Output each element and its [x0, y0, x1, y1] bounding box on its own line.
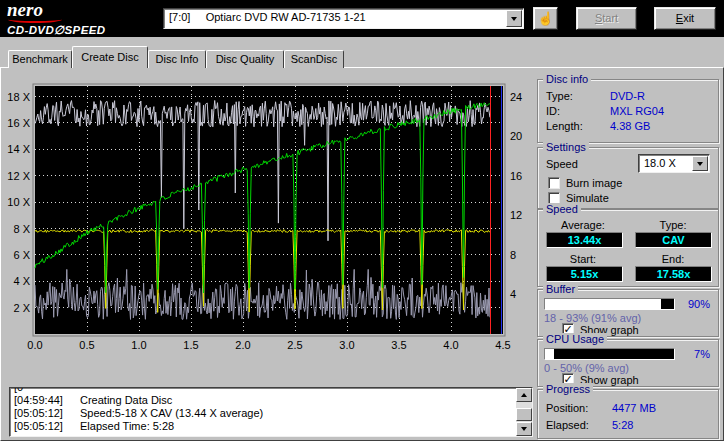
svg-text:2.0: 2.0	[235, 339, 250, 351]
cpu-title: CPU Usage	[543, 333, 607, 345]
elapsed-label: Elapsed:	[546, 419, 589, 431]
cpu-percent: 7%	[694, 348, 710, 360]
scroll-thumb[interactable]	[516, 408, 532, 421]
type-label: Type:	[628, 219, 718, 231]
scroll-down-button[interactable]	[516, 422, 532, 436]
drive-select-arrow[interactable]	[506, 10, 522, 27]
position-label: Position:	[546, 402, 588, 414]
log-entry-time: [04:59:44]	[14, 394, 80, 407]
log-entry: [04:59:44]Creating Data Disc	[14, 394, 504, 407]
cpu-meter	[544, 348, 675, 360]
start-button-label: Start	[577, 9, 636, 28]
exit-button[interactable]: Exit	[654, 7, 716, 30]
speed-select-label: Speed	[546, 158, 578, 170]
disc-info-group: Disc info Type: DVD-R ID: MXL RG04 Lengt…	[537, 79, 719, 143]
end-speed-label: End:	[628, 253, 718, 265]
arrow-down-icon	[521, 427, 527, 431]
svg-text:18 X: 18 X	[7, 91, 30, 103]
start-speed-label: Start:	[538, 253, 628, 265]
settings-group: Settings Speed 18.0 X Burn image Simulat…	[537, 147, 719, 209]
disc-id-label: ID:	[546, 105, 560, 117]
speed-select[interactable]: 18.0 X	[638, 154, 710, 173]
burn-image-label: Burn image	[566, 177, 622, 189]
tab-create-disc[interactable]: Create Disc	[72, 46, 148, 68]
disc-type-value: DVD-R	[610, 90, 645, 102]
svg-text:16 X: 16 X	[7, 117, 30, 129]
disc-info-title: Disc info	[543, 73, 591, 85]
svg-text:3.0: 3.0	[339, 339, 354, 351]
speed-select-arrow[interactable]	[692, 156, 708, 171]
stop-button[interactable]: ☝	[533, 7, 558, 30]
svg-text:2 X: 2 X	[13, 302, 30, 314]
average-label: Average:	[538, 219, 628, 231]
log-entry: [05:05:12]Elapsed Time: 5:28	[14, 420, 504, 433]
arrow-up-icon	[521, 393, 527, 397]
svg-text:3.5: 3.5	[391, 339, 406, 351]
svg-text:4 X: 4 X	[13, 275, 30, 287]
brand-swoosh-icon	[8, 16, 62, 23]
svg-text:12 X: 12 X	[7, 170, 30, 182]
svg-text:4.0: 4.0	[443, 339, 458, 351]
start-speed-value: 5.15x	[546, 266, 623, 282]
start-button[interactable]: Start	[576, 7, 637, 30]
log-entry-time: [05:05:12]	[14, 420, 80, 433]
disc-length-label: Length:	[546, 120, 583, 132]
brand-product: CD-DVD∅SPEED	[7, 23, 106, 37]
burn-image-checkbox[interactable]	[548, 177, 560, 189]
speed-select-value: 18.0 X	[644, 157, 676, 169]
nero-logo: nero CD-DVD∅SPEED	[7, 1, 162, 36]
svg-text:1.5: 1.5	[183, 339, 198, 351]
svg-text:14 X: 14 X	[7, 143, 30, 155]
log-entry-time: [0	[14, 387, 80, 394]
chevron-down-icon	[697, 162, 703, 166]
speed-title: Speed	[543, 203, 581, 215]
tab-disc-quality[interactable]: Disc Quality	[206, 50, 284, 68]
svg-text:0.5: 0.5	[79, 339, 94, 351]
disc-id-value: MXL RG04	[610, 105, 664, 117]
svg-text:4.5: 4.5	[495, 339, 510, 351]
scroll-up-button[interactable]	[516, 388, 532, 402]
tab-scandisc[interactable]: ScanDisc	[284, 50, 344, 68]
buffer-meter	[544, 298, 675, 310]
svg-text:10 X: 10 X	[7, 196, 30, 208]
svg-text:6 X: 6 X	[13, 249, 30, 261]
svg-text:24: 24	[510, 91, 522, 103]
cpu-group: CPU Usage 7% 0 - 50% (9% avg) ✓ Show gra…	[537, 339, 719, 387]
log-scrollbar[interactable]	[516, 388, 532, 436]
write-speed-graph: 2 X4 X6 X8 X10 X12 X14 X16 X18 X48121620…	[5, 78, 531, 362]
svg-text:20: 20	[510, 130, 522, 142]
speed-group: Speed Average: Type: 13.44x CAV Start: E…	[537, 209, 719, 287]
disc-type-label: Type:	[546, 90, 573, 102]
svg-text:2.5: 2.5	[287, 339, 302, 351]
tab-benchmark[interactable]: Benchmark	[8, 50, 72, 68]
cpu-meter-fill	[545, 349, 554, 359]
position-value: 4477 MB	[612, 402, 656, 414]
event-log: [0 [04:59:44]Creating Data Disc [05:05:1…	[9, 387, 533, 437]
nero-cd-dvd-speed-window: nero CD-DVD∅SPEED [7:0] Optiarc DVD RW A…	[0, 0, 724, 441]
log-entry: [0	[14, 387, 504, 394]
buffer-percent: 90%	[688, 298, 710, 310]
svg-text:8 X: 8 X	[13, 223, 30, 235]
buffer-meter-fill	[545, 299, 661, 309]
svg-text:12: 12	[510, 209, 522, 221]
svg-text:4: 4	[510, 288, 516, 300]
log-lines: [0 [04:59:44]Creating Data Disc [05:05:1…	[14, 387, 504, 433]
hand-icon: ☝	[534, 9, 557, 28]
chevron-down-icon	[511, 17, 517, 21]
drive-select[interactable]: [7:0] Optiarc DVD RW AD-71735 1-21	[163, 8, 524, 29]
exit-button-label: Exit	[655, 9, 715, 28]
cpu-range: 0 - 50% (9% avg)	[544, 362, 629, 374]
speed-type-value: CAV	[635, 232, 712, 248]
drive-select-value: [7:0] Optiarc DVD RW AD-71735 1-21	[169, 11, 366, 23]
buffer-title: Buffer	[543, 283, 578, 295]
tab-disc-info[interactable]: Disc Info	[148, 50, 206, 68]
progress-title: Progress	[543, 383, 593, 395]
log-entry-time: [05:05:12]	[14, 407, 80, 420]
svg-text:8: 8	[510, 249, 516, 261]
progress-group: Progress Position: 4477 MB Elapsed: 5:28	[537, 389, 719, 439]
settings-title: Settings	[543, 141, 589, 153]
svg-text:1.0: 1.0	[131, 339, 146, 351]
disc-length-value: 4.38 GB	[610, 120, 650, 132]
buffer-range: 18 - 93% (91% avg)	[544, 312, 641, 324]
log-entry: [05:05:12]Speed:5-18 X CAV (13.44 X aver…	[14, 407, 504, 420]
